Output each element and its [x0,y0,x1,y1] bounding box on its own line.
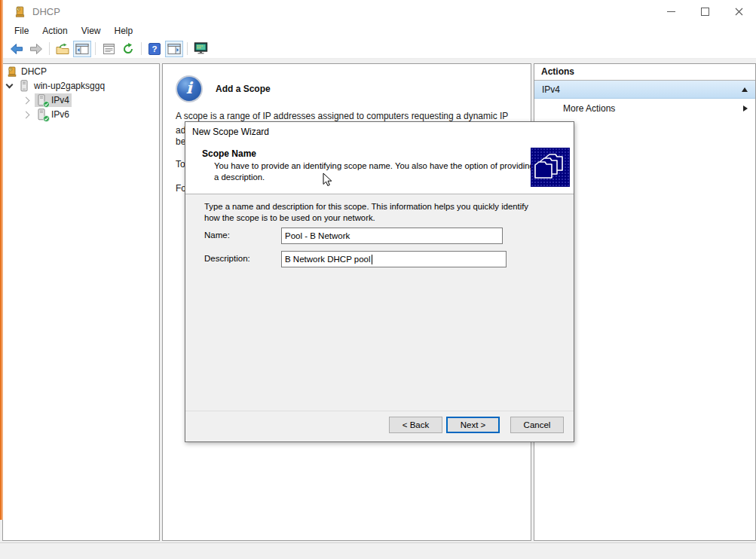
next-button[interactable]: Next > [446,417,500,433]
maximize-icon [701,8,709,16]
name-value: Pool - B Network [285,231,350,240]
help-button[interactable]: ? [145,41,164,57]
back-button[interactable]: < Back [389,417,442,433]
close-button[interactable] [722,0,756,23]
toolbar-separator [49,42,50,55]
main-content-title: Add a Scope [216,84,271,94]
tree-selection-highlight: IPv4 [35,93,72,107]
console-tree-icon [75,43,89,55]
dhcp-console-window: DHCP File Action View Help [0,0,756,559]
title-bar: DHCP [0,0,756,23]
tree-item-ipv4[interactable]: IPv4 [3,93,159,107]
tree-item-dhcp-root[interactable]: DHCP [3,65,159,78]
dialog-heading: Scope Name [202,148,256,159]
tree-item-label: IPv4 [51,95,69,105]
menu-bar: File Action View Help [3,23,756,39]
dialog-footer: < Back Next > Cancel [185,411,574,443]
screen-edge-accent [0,0,3,520]
dialog-subtitle-line1: You have to provide an identifying scope… [214,161,534,170]
mouse-cursor [323,173,333,188]
forward-button[interactable] [27,41,45,57]
show-hide-console-tree-button[interactable] [73,41,91,57]
ipv4-server-icon [36,94,48,106]
console-tree-panel: DHCP win-up2gapksggq [2,63,160,541]
back-button[interactable] [8,41,26,57]
dialog-body-line2: how the scope is to be used on your netw… [204,213,375,222]
green-check-icon [43,115,50,122]
up-one-level-button[interactable] [54,41,72,57]
dhcp-root-icon [6,66,18,78]
dhcp-app-icon [14,5,26,18]
actions-group-label: IPv4 [542,84,560,95]
menu-help[interactable]: Help [108,23,140,38]
window-title: DHCP [32,6,60,17]
menu-action[interactable]: Action [35,23,74,38]
back-icon [10,43,23,55]
collapse-arrow-icon[interactable] [742,87,748,92]
refresh-icon [122,43,134,55]
svg-text:?: ? [152,44,157,53]
maximize-button[interactable] [688,0,722,23]
more-actions-item[interactable]: More Actions [534,99,755,118]
dialog-body-line1: Type a name and description for this sco… [204,202,528,211]
description-label: Description: [204,254,250,263]
dialog-body: Type a name and description for this sco… [185,194,574,411]
new-scope-wizard-dialog: New Scope Wizard Scope Name You have to … [185,121,574,442]
chevron-expanded-icon[interactable] [6,81,14,88]
more-actions-label: More Actions [563,103,615,114]
tree-item-label: IPv6 [51,109,69,120]
scope-intro-text: A scope is a range of IP addresses assig… [176,111,508,121]
server-icon [19,80,31,92]
forward-icon [29,43,43,55]
minimize-button[interactable] [654,0,688,23]
tree-item-ipv6[interactable]: IPv6 [3,108,159,121]
window-controls [654,0,756,23]
show-hide-action-pane-button[interactable] [165,41,183,57]
ipv6-server-icon [36,108,48,121]
toolbar-separator [187,42,188,55]
cancel-button[interactable]: Cancel [510,417,564,433]
tree-item-label: DHCP [21,66,47,77]
toolbar: ? [3,39,756,59]
folders-icon [531,148,570,187]
dialog-title: New Scope Wizard [192,127,269,137]
refresh-button[interactable] [119,41,137,57]
name-label: Name: [204,231,230,240]
menu-file[interactable]: File [8,23,35,38]
actions-group-ipv4[interactable]: IPv4 [534,81,755,99]
actions-panel-title: Actions [534,64,755,81]
description-value: B Network DHCP pool [285,255,371,264]
tree-item-label: win-up2gapksggq [34,81,105,91]
chevron-collapsed-icon[interactable] [23,96,30,104]
toolbar-separator [95,42,96,55]
name-input[interactable]: Pool - B Network [281,228,503,244]
close-icon [735,8,743,16]
remote-desktop-icon [194,42,208,55]
remote-desktop-button[interactable] [191,41,210,57]
chevron-collapsed-icon[interactable] [23,111,30,118]
properties-icon [103,43,115,55]
status-bar [0,542,756,559]
clipped-text-fragment: To [176,159,185,170]
dialog-title-bar[interactable]: New Scope Wizard [185,122,574,142]
green-check-icon [43,101,50,108]
help-icon: ? [148,43,161,55]
dialog-subtitle-line2: a description. [214,173,265,182]
dialog-header: Scope Name You have to provide an identi… [185,142,574,194]
action-pane-icon [167,43,181,55]
submenu-arrow-icon [743,105,748,111]
toolbar-separator [141,42,142,55]
up-one-level-icon [56,43,69,55]
description-input[interactable]: B Network DHCP pool [281,251,507,267]
minimize-icon [667,11,675,12]
menu-view[interactable]: View [75,23,108,38]
text-caret [372,255,372,264]
info-icon [176,75,203,102]
properties-button[interactable] [99,41,118,57]
tree-item-server[interactable]: win-up2gapksggq [3,79,159,93]
